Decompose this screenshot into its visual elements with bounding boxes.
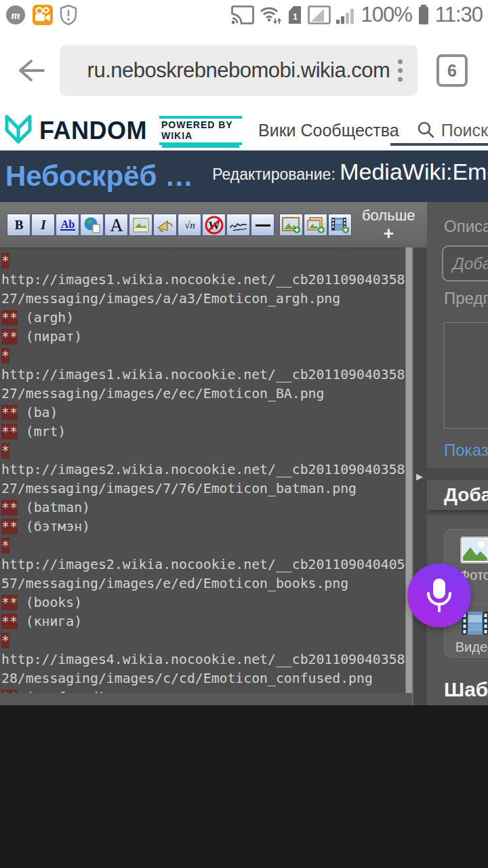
fandom-wordmark[interactable]: FANDOM [39, 117, 147, 145]
embedded-image-button[interactable] [129, 214, 152, 236]
code-row: http://images1.wikia.nocookie.net/__cb20… [1, 366, 405, 384]
code-row: 27/messaging/images/e/ec/Emoticon_BA.png [1, 384, 405, 403]
signature-button[interactable] [226, 214, 250, 236]
video-card-label: Видео [455, 639, 488, 655]
back-button[interactable] [0, 57, 60, 84]
editor-region: BIAbA√nWбольше+ *http://images1.wikia.no… [0, 202, 488, 705]
status-right-icons: 1 [231, 5, 356, 25]
editor-scrollbar[interactable] [405, 248, 412, 693]
clock: 11:30 [435, 3, 483, 27]
svg-text:A: A [110, 216, 123, 235]
wiki-list-marker: ** [1, 310, 18, 326]
code-row: 28/messaging/images/c/cd/Emoticon_confus… [1, 669, 405, 688]
wiki-list-marker: * [1, 348, 9, 363]
wiki-list-marker: * [1, 443, 9, 458]
fandom-heart-icon[interactable] [0, 113, 37, 149]
status-bar: m 1 100% 11:30 [0, 0, 488, 30]
sidebar-divider: ▶ [412, 248, 427, 705]
search-underline [390, 143, 488, 146]
code-row: ** (бэтмэн) [1, 517, 405, 536]
code-row: ** (книга) [1, 612, 405, 631]
medium-icon: m [5, 5, 26, 25]
preview-box: Мо [444, 322, 488, 429]
code-row: http://images2.wikia.nocookie.net/__cb20… [1, 460, 405, 479]
code-row: * [1, 347, 405, 366]
search-box[interactable]: Поиск [417, 121, 488, 141]
code-row: 27/messaging/images/a/a3/Emoticon_argh.p… [1, 290, 405, 309]
source-editor[interactable]: *http://images1.wikia.nocookie.net/__cb2… [0, 248, 405, 693]
editor-bottom-strip [0, 693, 412, 705]
description-label: Описа [444, 217, 488, 236]
sim1-icon: 1 [287, 5, 303, 25]
wiki-page-header: Небоскрёб … Редактирование: MediaWiki:Em… [0, 151, 488, 202]
video-icon [461, 611, 488, 635]
microphone-icon [424, 577, 455, 614]
browser-toolbar: ru.neboskrebnebomobi.wikia.com 6 [0, 30, 488, 111]
description-input[interactable]: Добав [442, 245, 488, 281]
edit-heading: Редактирование: MediaWiki:Emot [212, 159, 488, 185]
code-row: ** (batman) [1, 498, 405, 517]
code-row: * [1, 252, 405, 271]
voice-assistant-button[interactable] [407, 564, 471, 627]
add-section-title: Добав [444, 484, 488, 506]
description-placeholder: Добав [453, 254, 488, 273]
code-row: ** (books) [1, 593, 405, 612]
external-link-button[interactable] [80, 214, 104, 236]
status-left-icons: m [5, 4, 77, 26]
headline-button[interactable]: A [104, 214, 128, 236]
math-button[interactable]: √n [178, 214, 201, 236]
search-icon [417, 121, 434, 141]
code-row: ** (confused) [1, 688, 405, 693]
nowiki-button[interactable]: W [202, 214, 226, 236]
wifi-icon [259, 5, 282, 25]
add-photo-button[interactable] [279, 214, 303, 236]
wiki-title[interactable]: Небоскрёб … [5, 160, 193, 193]
wiki-list-marker: ** [1, 500, 18, 515]
status-right: 1 100% 11:30 [231, 3, 483, 27]
code-row: ** (пират) [1, 328, 405, 347]
community-link[interactable]: Вики Сообщества [258, 121, 399, 140]
templates-section-title: Шабло [444, 678, 488, 701]
edit-sidebar: Описа Добав Предп Мо Показат Добав [427, 202, 488, 705]
svg-text:I: I [40, 218, 46, 232]
tab-counter[interactable]: 6 [436, 54, 468, 87]
overflow-menu-icon[interactable] [398, 60, 403, 82]
sidebar-section-divider [427, 468, 488, 480]
internal-link-button[interactable]: Ab [56, 214, 79, 236]
add-gallery-button[interactable] [304, 214, 327, 236]
battery-percent: 100% [361, 3, 411, 27]
expand-sidebar-arrow-icon[interactable]: ▶ [416, 471, 423, 481]
kwai-icon [32, 4, 54, 26]
add-section-header: Добав [427, 480, 488, 510]
unrendered-area [0, 705, 488, 868]
search-label: Поиск [441, 121, 488, 140]
media-link-button[interactable] [153, 214, 177, 236]
wiki-list-marker: * [1, 253, 9, 269]
wiki-list-marker: * [1, 538, 9, 553]
url-bar[interactable]: ru.neboskrebnebomobi.wikia.com [60, 45, 418, 96]
code-row: ** (mrt) [1, 422, 405, 441]
bold-button[interactable]: B [7, 214, 30, 236]
svg-text:1: 1 [293, 12, 298, 22]
code-row: ** (argh) [1, 309, 405, 328]
plus-icon: + [362, 224, 415, 242]
svg-text:√n: √n [184, 220, 195, 231]
signal-icon [336, 5, 356, 25]
wiki-list-marker: * [1, 633, 9, 648]
add-video-button[interactable] [328, 214, 352, 236]
wiki-list-marker: ** [1, 405, 18, 420]
italic-button[interactable]: I [31, 214, 55, 236]
wiki-list-marker: ** [1, 519, 18, 534]
phone-screen: m 1 100% 11:30 ru.neboskrebnebomobi.wiki… [0, 0, 488, 868]
url-text: ru.neboskrebnebomobi.wikia.com [60, 58, 418, 83]
code-row: http://images2.wikia.nocookie.net/__cb20… [1, 555, 405, 574]
horizontal-line-button[interactable] [251, 214, 274, 236]
cast-icon [231, 5, 254, 24]
code-row: 27/messaging/images/7/76/Emoticon_batman… [1, 479, 405, 498]
code-row: * [1, 631, 405, 650]
svg-text:m: m [11, 9, 20, 22]
code-row: ** (ba) [1, 403, 405, 422]
svg-text:B: B [14, 218, 23, 232]
show-link[interactable]: Показат [444, 441, 488, 460]
more-tools-button[interactable]: больше+ [362, 208, 415, 242]
